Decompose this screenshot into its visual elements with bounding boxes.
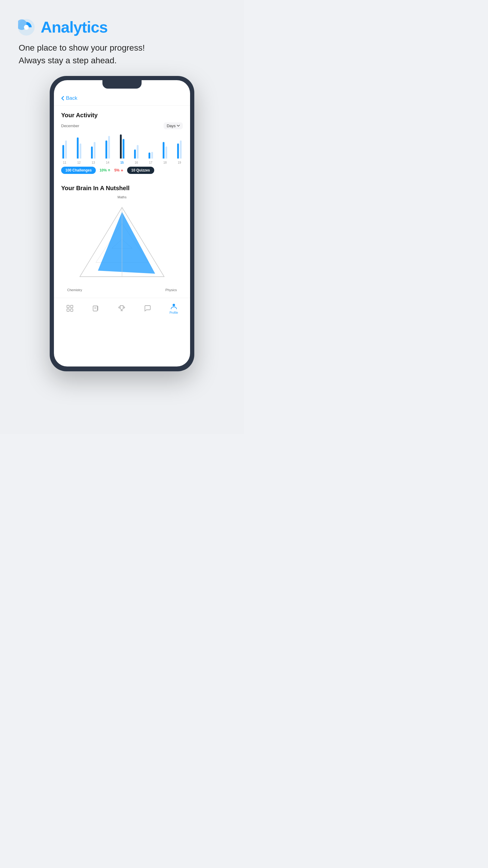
month-label: December — [61, 124, 79, 128]
quizzes-badge: 10 Quizzes — [127, 167, 154, 174]
bar — [151, 152, 153, 158]
svg-marker-5 — [98, 212, 155, 274]
screen-content: Back Your Activity December Days — [54, 80, 190, 321]
chat-icon — [144, 304, 152, 312]
bar — [177, 144, 179, 158]
bar-group-17: 17 — [149, 134, 153, 164]
trophy-icon — [118, 304, 126, 312]
bar — [91, 147, 93, 158]
svg-rect-12 — [67, 309, 69, 311]
nav-item-chat[interactable] — [144, 304, 152, 312]
bar-group-13: 13 — [91, 134, 96, 164]
activity-title: Your Activity — [61, 112, 183, 119]
green-percent-badge: 10% — [99, 168, 110, 173]
bar-group-14: 14 — [105, 134, 110, 164]
days-dropdown[interactable]: Days — [164, 122, 183, 129]
profile-nav-label: Profile — [170, 311, 178, 314]
page-title: Analytics — [41, 18, 107, 36]
bar-chart: 11 12 — [61, 134, 183, 164]
period-label: Days — [167, 124, 175, 128]
bar-label: 16 — [135, 161, 138, 164]
svg-point-1 — [24, 25, 29, 30]
title-row: Analytics — [18, 18, 226, 36]
phone-screen: Back Your Activity December Days — [54, 80, 190, 367]
bar — [120, 134, 122, 158]
bar — [149, 153, 150, 158]
chart-label-physics: Physics — [165, 288, 177, 292]
bar-label: 19 — [178, 161, 181, 164]
phone-container: Back Your Activity December Days — [18, 76, 226, 371]
brain-title: Your Brain In A Nutshell — [61, 185, 183, 192]
back-button[interactable]: Back — [61, 95, 183, 101]
bar-group-18: 18 — [163, 134, 167, 164]
nav-item-book[interactable] — [92, 304, 100, 312]
bar-group-19: 19 — [177, 134, 182, 164]
bar — [94, 142, 96, 158]
bar — [180, 141, 182, 158]
bar — [79, 144, 82, 158]
challenges-badge: 100 Challenges — [61, 167, 96, 174]
bar-label-active: 15 — [120, 161, 124, 164]
chart-label-chemistry: Chemistry — [67, 288, 82, 292]
bar-label: 13 — [92, 161, 95, 164]
bottom-nav: Profile — [54, 298, 190, 321]
bar — [165, 147, 167, 158]
bar — [134, 150, 136, 158]
nav-item-home[interactable] — [66, 304, 74, 312]
bar-group-11: 11 — [62, 134, 67, 164]
grid-icon — [66, 304, 74, 312]
brain-chart-container: Maths — [61, 195, 183, 292]
back-label: Back — [66, 95, 77, 101]
bar — [77, 137, 78, 158]
bar — [62, 145, 64, 158]
month-row: December Days — [61, 122, 183, 129]
svg-rect-13 — [70, 309, 73, 311]
bar-group-12: 12 — [77, 134, 82, 164]
chevron-left-icon — [61, 96, 64, 101]
bar-label: 12 — [77, 161, 81, 164]
analytics-icon — [18, 19, 35, 36]
chevron-down-icon — [177, 125, 180, 127]
bar-label: 17 — [149, 161, 153, 164]
bar — [65, 141, 67, 158]
svg-point-16 — [173, 304, 175, 306]
phone-frame: Back Your Activity December Days — [50, 76, 194, 371]
brain-section: Your Brain In A Nutshell Maths — [54, 179, 190, 298]
bar — [108, 136, 110, 158]
stats-row: 100 Challenges 10% 5% — [61, 167, 183, 174]
nav-item-trophy[interactable] — [118, 304, 126, 312]
chart-label-maths: Maths — [118, 195, 127, 199]
bar-label: 18 — [163, 161, 167, 164]
svg-rect-10 — [67, 305, 69, 308]
arrow-up-icon — [107, 169, 110, 172]
bar-label: 14 — [106, 161, 109, 164]
bar — [123, 139, 124, 158]
bar — [137, 145, 138, 158]
radar-chart — [74, 198, 170, 289]
page-container: Analytics One place to show your progres… — [0, 0, 244, 434]
bar — [105, 141, 107, 158]
red-percent-badge: 5% — [114, 168, 123, 173]
bar-group-15: 15 — [120, 134, 124, 164]
svg-rect-11 — [70, 305, 73, 308]
bar — [163, 142, 164, 158]
header-section: Analytics One place to show your progres… — [18, 18, 226, 67]
subtitle: One place to show your progress! Always … — [19, 41, 226, 67]
activity-section: Your Activity December Days — [54, 106, 190, 179]
arrow-down-icon — [121, 169, 124, 172]
book-icon — [92, 304, 100, 312]
bar-group-16: 16 — [134, 134, 138, 164]
nav-item-profile[interactable]: Profile — [170, 302, 178, 314]
phone-notch — [102, 80, 141, 89]
profile-icon — [170, 302, 178, 310]
bar-label: 11 — [63, 161, 66, 164]
